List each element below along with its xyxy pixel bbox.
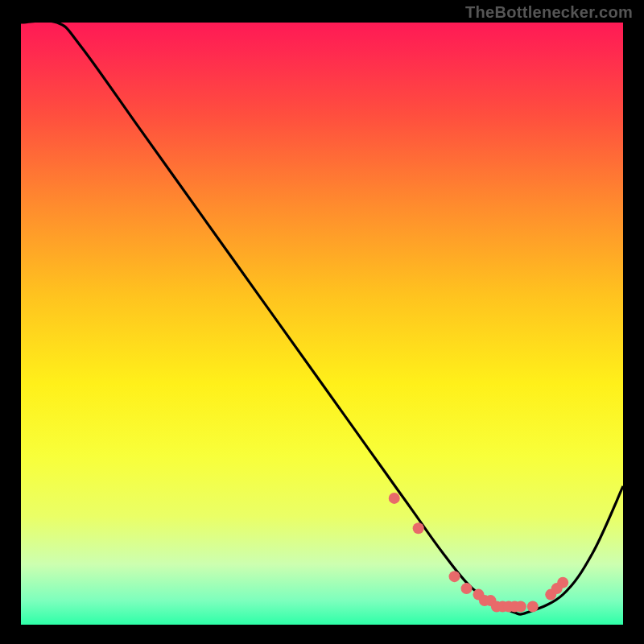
data-dot: [461, 583, 473, 594]
data-dot: [449, 571, 460, 582]
plot-background: [21, 23, 623, 625]
data-dot: [389, 493, 400, 504]
data-dot: [527, 601, 539, 613]
data-dot: [557, 577, 568, 588]
data-dot: [413, 522, 424, 534]
chart-root: TheBottlenecker.com: [0, 0, 644, 644]
chart-svg: [0, 0, 644, 644]
attribution-text: TheBottlenecker.com: [465, 3, 633, 22]
data-dot: [515, 601, 526, 613]
